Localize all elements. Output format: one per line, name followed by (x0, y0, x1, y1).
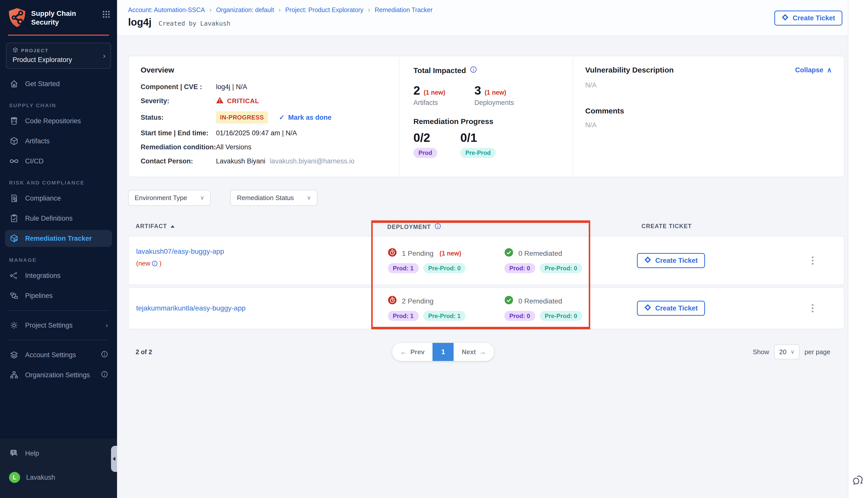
breadcrumb-organization-link[interactable]: Organization: default (216, 6, 274, 14)
sidebar-item-help[interactable]: ? Help (0, 445, 117, 462)
sidebar-item-rule-definitions[interactable]: Rule Definitions (0, 210, 117, 227)
artifact-link[interactable]: lavakush07/easy-buggy-app (136, 248, 224, 255)
next-page-button[interactable]: Next → (454, 343, 494, 361)
app-window: Supply Chain Security PROJECT Product (0, 0, 868, 498)
sidebar-item-label: Organization Settings (25, 371, 90, 379)
remediation-box-icon (9, 234, 19, 243)
artifacts-new-count: (1 new) (424, 89, 445, 96)
collapse-button[interactable]: Collapse ∧ (795, 66, 832, 74)
sidebar-item-project-settings[interactable]: Project Settings › (0, 317, 117, 334)
info-icon[interactable] (101, 351, 108, 359)
chevron-right-icon: › (106, 321, 108, 329)
sidebar-divider (8, 310, 109, 311)
sidebar-item-label: Remediation Tracker (25, 235, 92, 243)
pending-count: 1 Pending (402, 249, 433, 257)
sidebar-item-compliance[interactable]: Compliance (0, 190, 117, 207)
breadcrumb-account-link[interactable]: Account: Automation-SSCA (128, 6, 205, 14)
component-cve-label: Component | CVE : (141, 83, 216, 91)
page-header: Account: Automation-SSCA › Organization:… (117, 0, 848, 36)
status-badge: IN-PROGRESS (216, 112, 268, 123)
create-ticket-button[interactable]: Create Ticket (637, 301, 705, 316)
sidebar-item-get-started[interactable]: Get Started (0, 75, 117, 92)
create-ticket-label: Create Ticket (655, 304, 698, 312)
remediated-check-icon (504, 248, 513, 259)
mark-as-done-button[interactable]: ✓ Mark as done (279, 114, 332, 121)
time-value: 01/16/2025 09:47 am | N/A (216, 129, 297, 137)
check-icon: ✓ (279, 114, 285, 121)
artifacts-stat-label: Artifacts (413, 99, 445, 107)
remediated-check-icon (504, 296, 513, 306)
prod-count-badge: Prod: 0 (504, 263, 535, 273)
prev-page-button[interactable]: ← Prev (392, 343, 432, 361)
section-risk-and-compliance: RISK AND COMPLIANCE (0, 173, 117, 190)
create-ticket-label: Create Ticket (655, 257, 698, 265)
breadcrumb-remediation-tracker-link[interactable]: Remediation Tracker (375, 6, 433, 14)
avatar: L (9, 472, 20, 483)
remediation-status-filter[interactable]: Remediation Status ∨ (230, 190, 318, 206)
home-icon (9, 79, 19, 88)
preprod-count-badge: Pre-Prod: 0 (423, 263, 466, 273)
breadcrumb-project-link[interactable]: Project: Product Exploratory (285, 6, 363, 14)
info-icon[interactable] (152, 261, 158, 266)
pending-clock-icon (388, 248, 397, 259)
sidebar-item-label: Compliance (25, 195, 61, 202)
info-icon[interactable] (470, 66, 477, 75)
column-header-artifact[interactable]: ARTIFACT (135, 223, 174, 230)
layers-gear-icon (9, 350, 19, 359)
artifact-header-label: ARTIFACT (135, 223, 167, 230)
question-glyph: ? (12, 450, 15, 454)
page-number-button[interactable]: 1 (432, 343, 454, 361)
prod-badge: Prod (413, 148, 437, 158)
right-gutter (848, 0, 868, 498)
new-artifact-flag: (new ) (136, 260, 161, 267)
sidebar-item-label: CI/CD (25, 157, 44, 165)
deployment-cell: 1 Pending (1 new) Prod: 1 Pre-Prod: 0 (388, 248, 582, 273)
sidebar-item-label: Get Started (25, 80, 60, 88)
comments-heading: Comments (585, 107, 832, 115)
sidebar-item-label: Code Repositories (25, 117, 81, 125)
module-grid-icon[interactable] (103, 11, 110, 20)
row-menu-button[interactable] (810, 302, 816, 315)
org-hierarchy-icon (9, 370, 19, 380)
sidebar-item-pipelines[interactable]: Pipelines (0, 287, 117, 304)
info-icon[interactable] (435, 223, 441, 231)
gear-icon (9, 321, 19, 330)
sidebar-item-artifacts[interactable]: Artifacts (0, 132, 117, 149)
filters-row: Environment Type ∨ Remediation Status ∨ (128, 190, 318, 206)
section-manage: MANAGE (0, 250, 117, 267)
chevron-up-icon: ∧ (827, 66, 832, 74)
sidebar-collapse-handle[interactable] (111, 446, 117, 472)
artifact-link[interactable]: tejakummarikuntla/easy-buggy-app (136, 304, 246, 312)
environment-type-filter[interactable]: Environment Type ∨ (128, 190, 211, 206)
deployment-cell: 2 Pending Prod: 1 Pre-Prod: 1 (388, 296, 582, 321)
sidebar-item-integrations[interactable]: Integrations (0, 267, 117, 284)
project-selector[interactable]: PROJECT Product Exploratory › (6, 43, 111, 69)
contact-email-link[interactable]: lavakush.biyani@harness.io (270, 157, 355, 165)
collapse-label: Collapse (795, 66, 824, 74)
create-ticket-label: Create Ticket (793, 14, 835, 22)
create-ticket-button[interactable]: Create Ticket (637, 253, 705, 268)
user-menu[interactable]: L Lavakush (0, 469, 117, 486)
row-menu-button[interactable] (810, 254, 816, 267)
page-size-select[interactable]: 20 ∨ (774, 344, 800, 359)
create-ticket-button[interactable]: Create Ticket (774, 11, 842, 26)
support-chat-icon[interactable] (852, 474, 865, 489)
box-icon (9, 136, 19, 146)
sidebar-item-organization-settings[interactable]: Organization Settings (0, 366, 117, 383)
document-search-icon (9, 194, 19, 203)
sidebar-item-remediation-tracker[interactable]: Remediation Tracker (5, 230, 112, 247)
page-size-value: 20 (779, 348, 786, 356)
breadcrumb-separator-icon: › (278, 6, 281, 14)
sidebar-item-account-settings[interactable]: Account Settings (0, 346, 117, 364)
clipboard-check-icon (9, 214, 19, 223)
sidebar-nav: Get Started SUPPLY CHAIN Code Repositori… (0, 71, 117, 386)
sidebar-bottom: ? Help L Lavakush (0, 437, 117, 498)
info-icon[interactable] (101, 371, 108, 380)
sidebar-item-code-repositories[interactable]: Code Repositories (0, 113, 117, 130)
prod-count-badge: Prod: 1 (388, 311, 419, 321)
overview-heading: Overview (141, 66, 387, 74)
sidebar-item-cicd[interactable]: CI/CD (0, 153, 117, 170)
prod-count-badge: Prod: 0 (504, 311, 535, 321)
preprod-count-badge: Pre-Prod: 1 (423, 311, 466, 321)
ticket-diamond-icon (644, 256, 651, 265)
